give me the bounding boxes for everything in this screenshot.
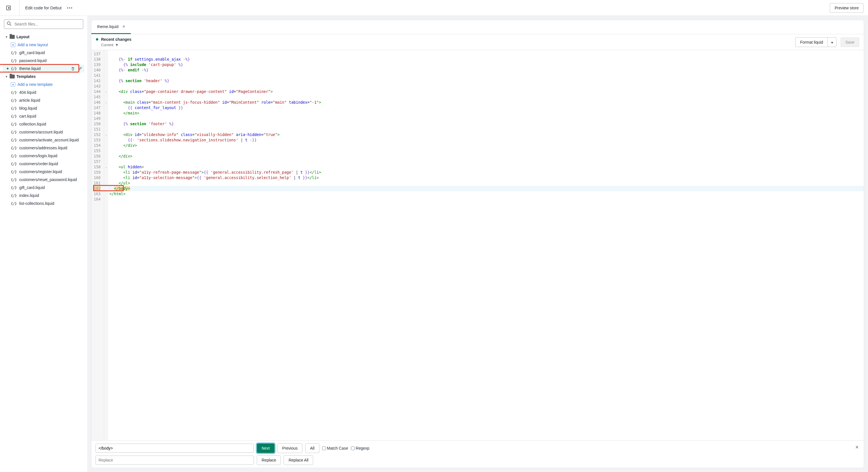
- file-row[interactable]: {/}customers/register.liquid: [3, 168, 84, 176]
- file-name: customers/register.liquid: [19, 170, 62, 174]
- more-actions-button[interactable]: [66, 6, 73, 10]
- file-name: blog.liquid: [19, 106, 37, 111]
- code-file-icon: {/}: [11, 59, 17, 63]
- add-file-label: Add a new template: [18, 82, 53, 87]
- file-row[interactable]: {/}list-collections.liquid: [3, 200, 84, 207]
- file-row[interactable]: {/}cart.liquid: [3, 112, 84, 120]
- file-row[interactable]: {/}customers/reset_password.liquid: [3, 176, 84, 184]
- caret-down-icon: ▼: [5, 35, 8, 38]
- format-dropdown-button[interactable]: ▼: [828, 37, 837, 47]
- file-row[interactable]: {/}blog.liquid: [3, 104, 84, 112]
- file-name: password.liquid: [19, 58, 47, 63]
- version-dropdown[interactable]: Current ▼: [101, 43, 131, 47]
- format-liquid-button[interactable]: Format liquid: [795, 37, 828, 47]
- divider: [19, 0, 20, 16]
- folder-label: Layout: [17, 35, 29, 39]
- folder-row[interactable]: ▼Templates: [3, 72, 84, 81]
- code-file-icon: {/}: [11, 106, 17, 111]
- file-row[interactable]: {/}article.liquid: [3, 96, 84, 104]
- file-name: theme.liquid: [19, 66, 41, 71]
- replace-input[interactable]: [95, 455, 254, 465]
- add-file-label: Add a new layout: [18, 42, 48, 47]
- file-row[interactable]: {/}password.liquid: [3, 57, 84, 65]
- folder-row[interactable]: ▼Layout: [3, 33, 84, 41]
- delete-icon[interactable]: [71, 66, 75, 71]
- file-name: list-collections.liquid: [19, 201, 54, 206]
- editor-panel: theme.liquid × Recent changes Current ▼: [91, 20, 864, 468]
- page-title: Edit code for Debut: [25, 5, 61, 10]
- code-file-icon: {/}: [11, 130, 17, 134]
- back-button[interactable]: [4, 4, 12, 12]
- code-file-icon: {/}: [11, 90, 17, 95]
- code-file-icon: {/}: [11, 154, 17, 158]
- match-case-checkbox[interactable]: Match Case: [322, 446, 348, 450]
- file-row[interactable]: {/}customers/order.liquid: [3, 160, 84, 168]
- file-tab[interactable]: theme.liquid ×: [91, 20, 131, 34]
- file-row[interactable]: {/}gift_card.liquid: [3, 184, 84, 191]
- editor-toolbar: Recent changes Current ▼ Format liquid ▼…: [91, 34, 864, 50]
- file-row[interactable]: {/}customers/addresses.liquid: [3, 144, 84, 152]
- replace-all-button[interactable]: Replace All: [284, 455, 313, 465]
- file-name: gift_card.liquid: [19, 185, 45, 190]
- file-row[interactable]: {/}customers/account.liquid: [3, 128, 84, 136]
- replace-button[interactable]: Replace: [257, 455, 281, 465]
- code-file-icon: {/}: [11, 66, 17, 71]
- file-name: customers/reset_password.liquid: [19, 177, 77, 182]
- add-file-row[interactable]: +Add a new layout: [3, 41, 84, 49]
- file-name: gift_card.liquid: [19, 51, 45, 55]
- find-all-button[interactable]: All: [305, 443, 319, 453]
- preview-store-button[interactable]: Preview store: [830, 3, 864, 13]
- close-search-icon[interactable]: ×: [855, 444, 859, 450]
- code-file-icon: {/}: [11, 194, 17, 198]
- file-name: collection.liquid: [19, 122, 46, 126]
- file-row[interactable]: {/}404.liquid: [3, 88, 84, 96]
- file-row[interactable]: {/}customers/login.liquid: [3, 152, 84, 160]
- folder-icon: [10, 75, 15, 79]
- file-name: customers/account.liquid: [19, 130, 63, 134]
- code-file-icon: {/}: [11, 185, 17, 190]
- tab-label: theme.liquid: [97, 24, 119, 29]
- close-tab-icon[interactable]: ×: [123, 24, 125, 29]
- find-replace-bar: × Next Previous All Match Case Regexp Re…: [91, 440, 864, 468]
- file-sidebar: ▼Layout+Add a new layout{/}gift_card.liq…: [0, 16, 87, 472]
- file-row[interactable]: {/}index.liquid: [3, 191, 84, 200]
- top-bar: Edit code for Debut Preview store: [0, 0, 868, 16]
- code-content[interactable]: {%- if settings.enable_ajax -%} {% inclu…: [108, 50, 864, 440]
- svg-point-1: [7, 22, 10, 25]
- chevron-down-icon: ▼: [115, 43, 119, 47]
- file-row[interactable]: {/}collection.liquid: [3, 120, 84, 128]
- line-gutter: 1371381391401411421431441451461471481491…: [91, 50, 104, 440]
- find-next-button[interactable]: Next: [257, 443, 275, 453]
- folder-label: Templates: [17, 74, 36, 79]
- save-button[interactable]: Save: [841, 37, 859, 47]
- add-icon: +: [11, 42, 15, 47]
- tab-bar: theme.liquid ×: [91, 20, 864, 34]
- find-input[interactable]: [95, 444, 254, 453]
- file-name: customers/activate_account.liquid: [19, 138, 79, 142]
- fold-gutter[interactable]: ⌄⌄⌄⌄: [104, 50, 108, 440]
- code-file-icon: {/}: [11, 51, 17, 55]
- search-files-input[interactable]: [4, 19, 83, 29]
- file-name: index.liquid: [19, 193, 39, 198]
- add-file-row[interactable]: +Add a new template: [3, 81, 84, 88]
- file-name: customers/addresses.liquid: [19, 146, 67, 150]
- file-name: article.liquid: [19, 98, 40, 102]
- chevron-down-icon: ▼: [831, 41, 833, 44]
- code-file-icon: {/}: [11, 201, 17, 206]
- edit-icon[interactable]: [78, 66, 82, 71]
- file-name: customers/order.liquid: [19, 161, 58, 166]
- file-row[interactable]: {/}gift_card.liquid: [3, 49, 84, 57]
- code-file-icon: {/}: [11, 178, 17, 182]
- code-file-icon: {/}: [11, 138, 17, 142]
- code-editor[interactable]: 1371381391401411421431441451461471481491…: [91, 50, 864, 440]
- add-icon: +: [11, 82, 15, 87]
- exit-icon: [6, 5, 11, 11]
- regexp-checkbox[interactable]: Regexp: [351, 446, 369, 450]
- find-previous-button[interactable]: Previous: [277, 443, 302, 453]
- caret-down-icon: ▼: [5, 75, 8, 78]
- file-row[interactable]: {/}theme.liquid: [3, 65, 84, 72]
- code-file-icon: {/}: [11, 114, 17, 118]
- search-icon: [7, 21, 11, 27]
- file-name: 404.liquid: [19, 90, 36, 95]
- file-row[interactable]: {/}customers/activate_account.liquid: [3, 136, 84, 144]
